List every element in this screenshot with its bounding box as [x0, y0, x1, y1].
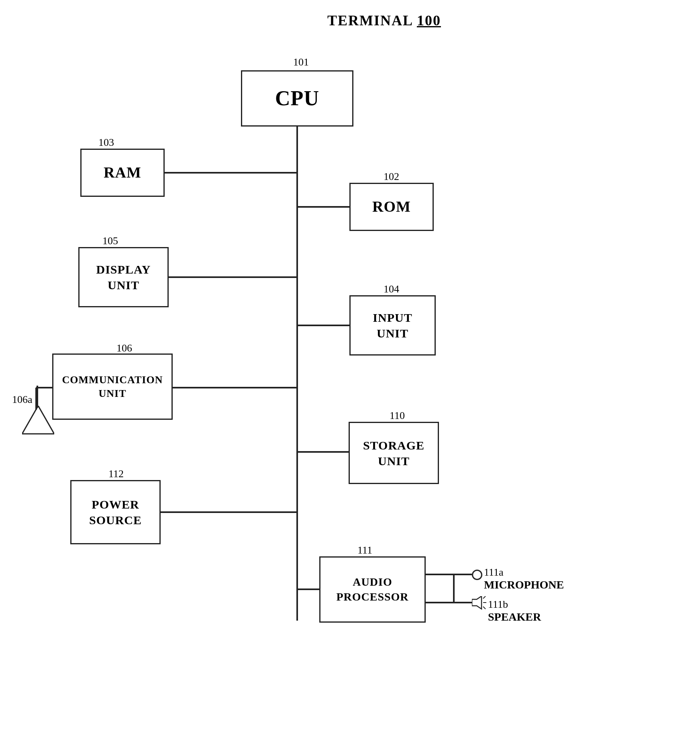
ram-box: RAM: [80, 149, 165, 197]
input-label: 104: [384, 283, 399, 295]
storage-unit-box: STORAGEUNIT: [349, 422, 439, 484]
comm-unit-box: COMMUNICATIONUNIT: [52, 354, 173, 420]
antenna-icon: [22, 406, 54, 438]
audio-label: 111: [357, 544, 372, 556]
microphone-label: MICROPHONE: [484, 578, 564, 591]
microphone-icon: [472, 570, 482, 580]
cpu-label: 101: [293, 56, 309, 68]
display-label: 105: [102, 235, 118, 247]
rom-box: ROM: [349, 183, 434, 231]
input-unit-box: INPUTUNIT: [349, 295, 436, 356]
display-unit-box: DISPLAYUNIT: [78, 247, 169, 307]
comm-label: 106: [116, 342, 132, 354]
antenna-line: [35, 386, 39, 408]
ram-label: 103: [98, 137, 114, 149]
svg-marker-17: [22, 406, 54, 434]
storage-label: 110: [390, 410, 405, 422]
speaker-label: SPEAKER: [488, 611, 541, 623]
power-source-box: POWERSOURCE: [70, 480, 161, 544]
speaker-id-label: 111b: [488, 599, 508, 611]
audio-processor-box: AUDIOPROCESSOR: [319, 556, 426, 623]
svg-line-21: [483, 596, 486, 599]
power-label: 112: [108, 468, 124, 480]
antenna-id-label: 106a: [12, 394, 33, 406]
svg-marker-20: [472, 596, 482, 609]
diagram: TERMINAL 100: [0, 0, 700, 754]
rom-label: 102: [384, 171, 399, 183]
svg-line-23: [483, 607, 486, 609]
cpu-box: CPU: [241, 70, 353, 127]
page-title: TERMINAL 100: [327, 12, 441, 29]
mic-id-label: 111a: [484, 566, 504, 578]
speaker-icon: [472, 596, 486, 611]
